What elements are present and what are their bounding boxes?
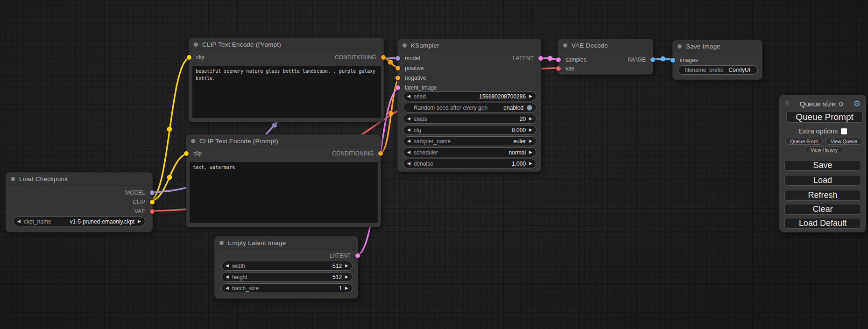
conditioning-slot-dot[interactable] [378,151,383,156]
cfg-widget[interactable]: ◀ cfg 8.000 ▶ [403,125,536,135]
left-arrow-icon[interactable]: ◀ [407,128,410,132]
model-slot-dot[interactable] [395,56,400,61]
right-arrow-icon[interactable]: ▶ [529,139,532,143]
input-slot-model[interactable]: model [398,55,420,62]
left-arrow-icon[interactable]: ◀ [407,150,410,154]
view-history-button[interactable]: View History [804,146,844,153]
height-widget[interactable]: ◀ height 512 ▶ [221,272,353,282]
queue-front-button[interactable]: Queue Front [785,138,823,145]
gear-icon[interactable]: ⚙ [854,100,861,108]
output-slot-model[interactable]: MODEL [125,189,152,196]
clip-slot-dot[interactable] [187,55,191,60]
input-slot-vae[interactable]: vae [558,65,574,72]
output-slot-clip[interactable]: CLIP [133,199,152,205]
latent-slot-dot[interactable] [395,85,400,90]
conditioning-slot-dot[interactable] [381,55,386,60]
collapse-dot-icon[interactable] [402,43,407,48]
node-vae-decode[interactable]: VAE Decode samples vae IMAGE [558,39,653,75]
left-arrow-icon[interactable]: ◀ [407,94,410,98]
node-title-bar[interactable]: KSampler [398,39,541,52]
right-arrow-icon[interactable]: ▶ [138,219,141,224]
input-slot-clip[interactable]: clip [186,150,202,157]
denoise-widget[interactable]: ◀ denoise 1.000 ▶ [403,159,536,168]
output-slot-latent[interactable]: LATENT [330,252,358,259]
clear-button[interactable]: Clear [784,204,861,215]
node-title-bar[interactable]: CLIP Text Encode (Prompt) [189,38,383,51]
output-slot-image[interactable]: IMAGE [628,56,653,63]
latent-slot-dot[interactable] [355,253,360,258]
seed-widget[interactable]: ◀ seed 156680208700286 ▶ [403,91,536,101]
node-save-image[interactable]: Save Image images filename_prefix ComfyU… [672,40,762,80]
queue-prompt-button[interactable]: Queue Prompt [786,111,863,123]
latent-slot-dot[interactable] [556,57,561,62]
node-title-bar[interactable]: Empty Latent Image [215,237,358,250]
link-dot[interactable] [548,56,553,61]
drag-handle-icon[interactable]: ⠿ [785,100,790,107]
right-arrow-icon[interactable]: ▶ [529,117,532,121]
node-clip-text-encode-positive[interactable]: CLIP Text Encode (Prompt) clip CONDITION… [189,38,384,122]
output-slot-conditioning[interactable]: CONDITIONING [335,54,383,61]
image-slot-dot[interactable] [650,57,655,62]
scheduler-widget[interactable]: ◀ scheduler normal ▶ [403,147,536,157]
right-arrow-icon[interactable]: ▶ [529,128,532,132]
collapse-dot-icon[interactable] [11,177,15,181]
input-slot-samples[interactable]: samples [558,56,586,63]
right-arrow-icon[interactable]: ▶ [345,264,348,268]
right-arrow-icon[interactable]: ▶ [345,286,348,290]
collapse-dot-icon[interactable] [677,44,682,49]
right-arrow-icon[interactable]: ▶ [345,275,348,279]
collapse-dot-icon[interactable] [563,43,567,48]
load-default-button[interactable]: Load Default [784,218,861,229]
link-dot[interactable] [167,175,172,180]
link-dot[interactable] [272,123,277,128]
input-slot-negative[interactable]: negative [398,75,426,81]
link-dot[interactable] [167,127,172,132]
image-slot-dot[interactable] [670,58,675,63]
conditioning-slot-dot[interactable] [395,66,400,70]
conditioning-slot-dot[interactable] [395,76,400,80]
view-queue-button[interactable]: View Queue [825,138,863,145]
clip-slot-dot[interactable] [184,151,189,156]
comfyui-canvas[interactable]: { "colors": { "model": "#a894d8", "clip"… [0,0,868,329]
collapse-dot-icon[interactable] [191,139,195,143]
steps-widget[interactable]: ◀ steps 20 ▶ [403,114,536,124]
load-button[interactable]: Load [784,175,861,186]
left-arrow-icon[interactable]: ◀ [226,264,229,268]
extra-options-checkbox[interactable] [841,128,847,134]
collapse-dot-icon[interactable] [194,42,198,47]
vae-slot-dot[interactable] [556,66,561,71]
node-title-bar[interactable]: VAE Decode [558,39,653,52]
left-arrow-icon[interactable]: ◀ [226,286,229,290]
save-button[interactable]: Save [784,160,861,171]
right-arrow-icon[interactable]: ▶ [529,161,532,166]
model-slot-dot[interactable] [150,190,155,195]
refresh-button[interactable]: Refresh [784,190,861,201]
left-arrow-icon[interactable]: ◀ [407,161,410,166]
random-seed-toggle-widget[interactable]: Random seed after every gen enabled [403,103,536,112]
batch-size-widget[interactable]: ◀ batch_size 1 ▶ [221,283,353,293]
node-ksampler[interactable]: KSampler model positive negative latent_… [397,39,541,172]
link-dot[interactable] [661,56,666,62]
sampler-name-widget[interactable]: ◀ sampler_name euler ▶ [403,136,536,146]
positive-prompt-textarea[interactable]: beautiful scenery nature glass bottle la… [192,66,381,118]
node-load-checkpoint[interactable]: Load Checkpoint MODEL CLIP VAE ◀ ckpt_na… [6,172,153,232]
filename-prefix-widget[interactable]: filename_prefix ComfyUI [678,65,758,75]
right-arrow-icon[interactable]: ▶ [529,150,532,154]
link-dot[interactable] [388,60,393,65]
output-slot-conditioning[interactable]: CONDITIONING [332,150,381,157]
collapse-dot-icon[interactable] [219,241,224,245]
negative-prompt-textarea[interactable]: text, watermark [190,162,378,223]
node-title-bar[interactable]: Save Image [673,40,762,53]
left-arrow-icon[interactable]: ◀ [226,275,229,279]
vae-slot-dot[interactable] [150,209,155,214]
left-arrow-icon[interactable]: ◀ [17,219,21,224]
node-title-bar[interactable]: Load Checkpoint [6,173,152,186]
input-slot-images[interactable]: images [673,57,698,63]
clip-slot-dot[interactable] [150,200,155,204]
node-title-bar[interactable]: CLIP Text Encode (Prompt) [186,135,381,148]
latent-slot-dot[interactable] [538,56,543,61]
toggle-dot-icon[interactable] [527,105,532,111]
left-arrow-icon[interactable]: ◀ [407,117,410,121]
right-arrow-icon[interactable]: ▶ [529,94,532,98]
node-clip-text-encode-negative[interactable]: CLIP Text Encode (Prompt) clip CONDITION… [186,134,381,227]
